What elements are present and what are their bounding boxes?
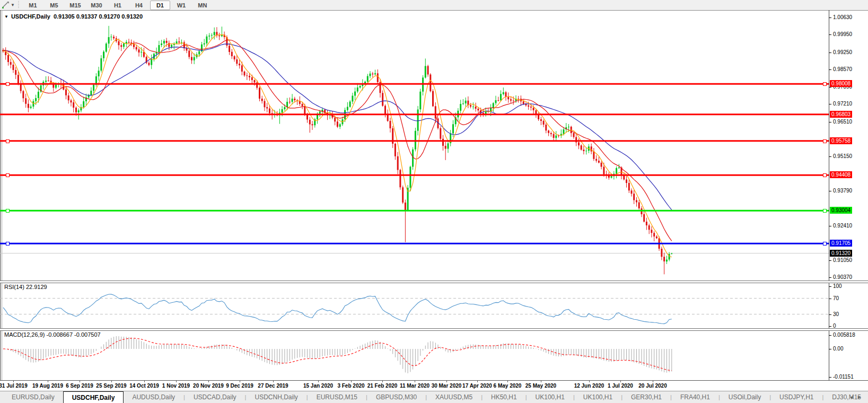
price-line-label: 0.94408	[830, 171, 852, 178]
date-tick-label: 20 Nov 2019	[193, 383, 224, 389]
symbol-tab-eurusd-m15[interactable]: EURUSD,M15	[308, 391, 366, 403]
price-line-label: 0.93004	[830, 207, 852, 214]
date-tick-mark	[382, 381, 383, 382]
date-tick-mark	[446, 381, 447, 382]
line-handle[interactable]	[6, 242, 10, 246]
date-tick-label: 14 Oct 2019	[129, 383, 159, 389]
date-tick-label: 27 Dec 2019	[258, 383, 288, 389]
macd-label: MACD(12,26,9) -0.008667 -0.007507	[4, 331, 101, 338]
tab-scroll-right-icon[interactable]: ►	[857, 395, 865, 400]
symbol-tab-usdcad-daily[interactable]: USDCAD,Daily	[185, 391, 245, 403]
line-handle[interactable]	[6, 139, 10, 143]
macd-pane-separator[interactable]	[0, 328, 868, 331]
symbol-tab-hk50-h1[interactable]: HK50,H1	[483, 391, 525, 403]
timeframe-button-w1[interactable]: W1	[171, 1, 191, 10]
price-tick-label: 0.90370	[833, 274, 852, 280]
line-handle[interactable]	[6, 173, 10, 177]
current-price-label: 0.91320	[830, 250, 852, 257]
toolbar-grip[interactable]	[18, 1, 19, 9]
timeframe-button-h4[interactable]: H4	[129, 1, 149, 10]
symbol-tab-fra40-h1[interactable]: FRA40,H1	[672, 391, 718, 403]
rsi-pane[interactable]	[0, 282, 829, 328]
rsi-tick-label: 70	[833, 295, 839, 301]
symbol-tab-gbpusd-m30[interactable]: GBPUSD,M30	[367, 391, 425, 403]
date-tick-label: 30 Mar 2020	[432, 383, 462, 389]
date-tick-mark	[111, 381, 112, 382]
date-tick-label: 19 Aug 2019	[32, 383, 63, 389]
macd-tick-mark	[829, 349, 831, 349]
bullish-candle-wicks	[31, 26, 672, 264]
price-tick-label: 0.95150	[833, 153, 852, 159]
line-handle[interactable]	[6, 82, 10, 86]
chart-symbol-label: USDCHF,Daily	[11, 13, 50, 20]
symbol-tab-usdcnh-daily[interactable]: USDCNH,Daily	[246, 391, 306, 403]
symbol-tab-xauusd-m5[interactable]: XAUUSD,M5	[427, 391, 481, 403]
date-tick-mark	[80, 381, 80, 382]
date-tick-mark	[240, 381, 240, 382]
symbol-tab-uk100-h1[interactable]: UK100,H1	[527, 391, 573, 403]
symbol-tab-eurusd-daily[interactable]: EURUSD,Daily	[3, 391, 63, 403]
line-handle[interactable]	[823, 139, 827, 143]
date-tick-mark	[477, 381, 478, 382]
price-tick-label: 0.92410	[833, 223, 852, 229]
line-handle[interactable]	[823, 173, 827, 177]
price-tick-mark	[829, 104, 831, 104]
timeframe-button-d1[interactable]: D1	[150, 1, 170, 10]
price-tick-label: 0.98570	[833, 66, 852, 72]
chart-menu-arrow-icon[interactable]: ▼	[4, 14, 8, 19]
tab-scroll-arrows[interactable]: ◄►	[849, 391, 865, 403]
date-tick-mark	[176, 381, 177, 382]
bearish-candle-wicks	[3, 27, 664, 274]
timeframe-button-m1[interactable]: M1	[23, 1, 43, 10]
symbol-tab-audusd-daily[interactable]: AUDUSD,Daily	[124, 391, 183, 403]
line-handle[interactable]	[823, 82, 827, 86]
date-tick-mark	[273, 381, 274, 382]
price-line-label: 0.98008	[830, 80, 852, 87]
rsi-tick-label: 30	[833, 311, 839, 317]
date-tick-mark	[589, 381, 590, 382]
date-tick-label: 6 May 2020	[494, 383, 522, 389]
symbol-tab-ger30-h1[interactable]: GER30,H1	[622, 391, 670, 403]
price-tick-label: 0.91050	[833, 257, 852, 263]
price-tick-mark	[829, 52, 831, 53]
date-tick-mark	[620, 381, 621, 382]
rsi-tick-label: 100	[833, 283, 842, 289]
rsi-label: RSI(14) 22.9129	[4, 284, 47, 290]
tab-scroll-left-icon[interactable]: ◄	[849, 395, 857, 400]
date-tick-mark	[48, 381, 48, 382]
drawing-cursor-icon[interactable]	[2, 1, 10, 9]
line-handle[interactable]	[6, 209, 10, 213]
date-tick-label: 17 Apr 2020	[462, 383, 492, 389]
timeframe-button-h1[interactable]: H1	[108, 1, 128, 10]
rsi-pane-separator[interactable]	[0, 281, 868, 283]
date-tick-label: 1 Nov 2019	[162, 383, 190, 389]
date-tick-label: 20 Jul 2020	[638, 383, 667, 389]
date-tick-mark	[351, 381, 352, 382]
trading-platform-window: ▼ M1M5M15M30H1H4D1W1MN ▼USDCHF,Daily0.91…	[0, 0, 868, 403]
timeframe-button-mn[interactable]: MN	[192, 1, 213, 10]
date-tick-label: 25 May 2020	[525, 383, 556, 389]
symbol-tab-usdjpy-h1[interactable]: USDJPY,H1	[771, 391, 822, 403]
macd-tick-label: 0.005818	[833, 332, 855, 338]
symbol-tab-uk100-h1[interactable]: UK100,H1	[575, 391, 621, 403]
date-tick-mark	[208, 381, 209, 382]
date-tick-mark	[507, 381, 508, 382]
symbol-tab-usdchf-daily[interactable]: USDCHF,Daily	[63, 391, 124, 403]
timeframe-button-m30[interactable]: M30	[86, 1, 107, 10]
macd-tick-mark	[829, 377, 831, 378]
date-tick-label: 31 Jul 2019	[0, 383, 28, 389]
timeframe-button-m5[interactable]: M5	[44, 1, 64, 10]
line-handle[interactable]	[823, 242, 827, 246]
toolbar-caret-icon[interactable]: ▼	[11, 3, 15, 7]
symbol-tab-usoil-daily[interactable]: USOil,Daily	[720, 391, 769, 403]
main-chart-pane[interactable]	[0, 11, 829, 281]
price-tick-mark	[829, 122, 831, 122]
date-tick-label: 21 Feb 2020	[367, 383, 398, 389]
price-tick-mark	[829, 277, 831, 278]
line-handle[interactable]	[823, 209, 827, 213]
price-tick-label: 1.00630	[833, 14, 852, 20]
macd-pane[interactable]	[0, 330, 829, 380]
date-tick-mark	[318, 381, 319, 382]
timeframe-button-m15[interactable]: M15	[65, 1, 85, 10]
date-axis[interactable]: 31 Jul 201919 Aug 20196 Sep 201925 Sep 2…	[0, 381, 868, 391]
